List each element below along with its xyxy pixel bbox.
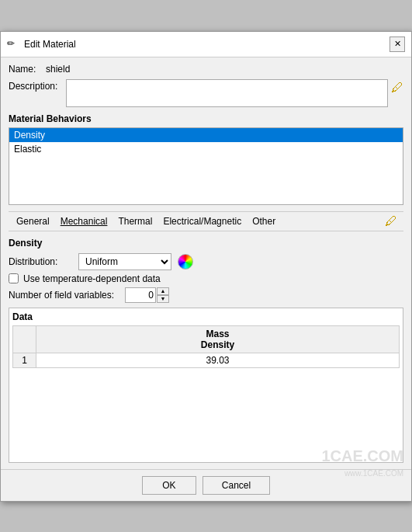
- distribution-row: Distribution: Uniform Analytical Field D…: [9, 253, 403, 270]
- density-section-title: Density: [9, 238, 403, 249]
- spinner-down-button[interactable]: ▼: [157, 295, 169, 303]
- material-behaviors-label: Material Behaviors: [9, 113, 403, 124]
- spinner-up-button[interactable]: ▲: [157, 287, 169, 295]
- menu-thermal[interactable]: Thermal: [113, 214, 157, 228]
- title-bar-left: ✏ Edit Material: [7, 38, 76, 50]
- description-edit-icon[interactable]: 🖊: [391, 79, 403, 95]
- use-temp-checkbox[interactable]: [9, 273, 19, 283]
- data-area: Data MassDensity 1 39.03: [9, 308, 403, 463]
- table-cell-index: 1: [13, 353, 36, 367]
- use-temp-label: Use temperature-dependent data: [23, 273, 161, 284]
- field-variables-row: Number of field variables: ▲ ▼: [9, 287, 403, 303]
- menu-mechanical[interactable]: Mechanical: [56, 214, 113, 228]
- pencil-icon: ✏: [7, 38, 19, 50]
- color-wheel-icon: [178, 254, 193, 269]
- table-cell-mass-density[interactable]: 39.03: [36, 353, 400, 367]
- dialog-title: Edit Material: [24, 39, 76, 50]
- dialog-body: Name: shield Description: 🖊 Material Beh…: [1, 57, 411, 469]
- distribution-label: Distribution:: [9, 256, 78, 267]
- field-variables-input[interactable]: [125, 287, 156, 303]
- name-row: Name: shield: [9, 64, 403, 75]
- spinner-buttons: ▲ ▼: [157, 287, 169, 303]
- close-button[interactable]: ✕: [389, 37, 405, 52]
- table-header-mass-density: MassDensity: [36, 325, 400, 353]
- field-variables-label: Number of field variables:: [9, 290, 125, 301]
- behavior-item-elastic[interactable]: Elastic: [9, 142, 403, 156]
- menu-other[interactable]: Other: [248, 214, 280, 228]
- name-label: Name:: [9, 64, 41, 75]
- menu-bar: General Mechanical Thermal Electrical/Ma…: [9, 211, 403, 231]
- name-value: shield: [46, 64, 70, 75]
- table-header-index: [13, 325, 36, 353]
- description-label: Description:: [9, 79, 63, 92]
- description-row: Description: 🖊: [9, 79, 403, 107]
- ok-button[interactable]: OK: [142, 476, 196, 495]
- distribution-select[interactable]: Uniform Analytical Field Discrete Field: [78, 253, 171, 270]
- table-row: 1 39.03: [13, 353, 400, 367]
- data-title: Data: [12, 311, 400, 322]
- edit-material-dialog: ✏ Edit Material ✕ Name: shield Descripti…: [0, 31, 412, 502]
- data-table: MassDensity 1 39.03: [12, 325, 400, 368]
- description-input[interactable]: [66, 79, 388, 107]
- behavior-item-density[interactable]: Density: [9, 128, 403, 142]
- behaviors-list: Density Elastic: [9, 127, 403, 205]
- use-temp-row: Use temperature-dependent data: [9, 273, 403, 284]
- menu-edit-icon[interactable]: 🖊: [382, 214, 400, 228]
- title-bar: ✏ Edit Material ✕: [1, 32, 411, 57]
- density-section: Density Distribution: Uniform Analytical…: [9, 238, 403, 463]
- button-bar: OK Cancel: [1, 469, 411, 501]
- menu-general[interactable]: General: [12, 214, 54, 228]
- cancel-button[interactable]: Cancel: [203, 476, 270, 495]
- menu-electrical-magnetic[interactable]: Electrical/Magnetic: [158, 214, 246, 228]
